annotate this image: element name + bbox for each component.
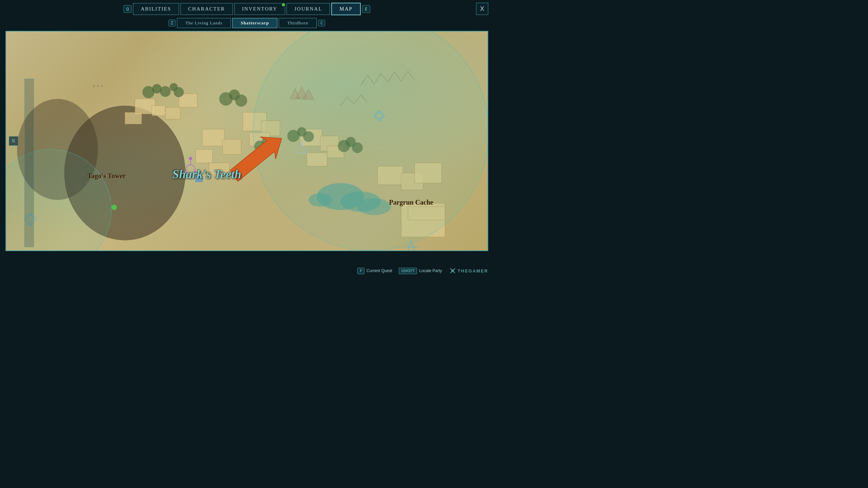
- map-svg: [6, 32, 488, 250]
- bottom-bar: F Current Quest USHIFT Locate Party THEG…: [0, 265, 494, 277]
- svg-point-43: [253, 32, 488, 250]
- shatterscarp-button[interactable]: Shatterscarp: [232, 18, 278, 28]
- living-lands-key: Z: [169, 20, 176, 26]
- svg-point-27: [174, 87, 184, 97]
- svg-point-55: [111, 205, 117, 210]
- inventory-button[interactable]: INVENTORY: [234, 3, 285, 15]
- character-button[interactable]: CHARACTER: [180, 3, 233, 15]
- svg-rect-53: [196, 176, 202, 182]
- close-button[interactable]: X: [476, 3, 488, 15]
- map-button[interactable]: MAP: [331, 3, 361, 15]
- watermark: THEGAMER: [449, 267, 488, 274]
- svg-rect-4: [152, 106, 165, 116]
- svg-point-59: [101, 85, 103, 87]
- svg-rect-6: [165, 107, 180, 119]
- svg-rect-8: [222, 139, 241, 155]
- svg-rect-7: [202, 129, 224, 146]
- thirdborn-button[interactable]: Thirdborn: [279, 18, 317, 28]
- current-quest-key: F: [357, 268, 364, 274]
- svg-rect-3: [125, 113, 142, 124]
- abilities-button[interactable]: ABILITIES: [133, 3, 179, 15]
- svg-rect-9: [196, 149, 213, 163]
- watermark-icon: [449, 267, 456, 274]
- map-view[interactable]: Shark's Teeth Tago's Tower Pargrun Cache…: [5, 31, 488, 251]
- svg-point-30: [235, 95, 247, 107]
- sub-navigation: Z The Living Lands Shatterscarp Thirdbor…: [0, 18, 494, 31]
- svg-point-57: [93, 85, 95, 87]
- living-lands-button[interactable]: The Living Lands: [177, 18, 231, 28]
- svg-point-50: [189, 157, 192, 160]
- thirdborn-key: C: [318, 20, 325, 26]
- locate-party-hint: USHIFT Locate Party: [399, 268, 442, 274]
- svg-point-58: [97, 85, 99, 87]
- locate-party-label: Locate Party: [419, 268, 442, 273]
- watermark-text: THEGAMER: [458, 268, 488, 273]
- locate-party-key: USHIFT: [399, 268, 417, 274]
- current-quest-label: Current Quest: [367, 268, 392, 273]
- scroll-left-button[interactable]: R: [9, 136, 18, 146]
- svg-point-25: [160, 86, 171, 97]
- svg-rect-63: [24, 79, 34, 247]
- svg-rect-10: [209, 163, 230, 175]
- abilities-key: Q: [123, 5, 132, 13]
- current-quest-hint: F Current Quest: [357, 268, 392, 274]
- journal-button[interactable]: JOURNAL: [287, 3, 330, 15]
- top-navigation: Q ABILITIES CHARACTER INVENTORY JOURNAL …: [0, 0, 494, 18]
- map-key: E: [362, 5, 370, 13]
